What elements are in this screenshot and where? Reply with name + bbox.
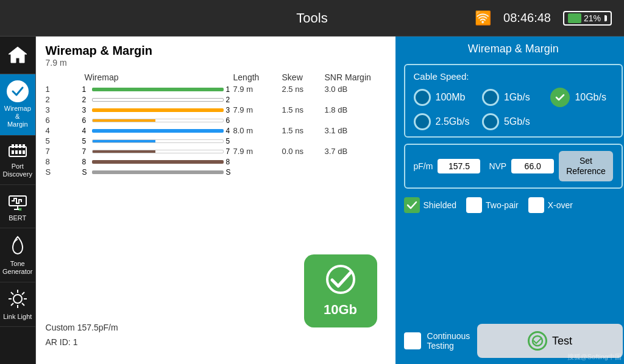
table-row: 8 8 8 [46, 157, 386, 166]
battery-indicator: 21% [563, 11, 612, 26]
right-panel-title: Wiremap & Margin [404, 43, 623, 55]
sidebar-wiremap-label: Wiremap &Margin [2, 105, 33, 129]
sidebar-port-label: PortDiscovery [3, 163, 32, 178]
shielded-checkbox[interactable] [404, 197, 420, 213]
table-header: Wiremap Length Skew SNR Margin [46, 72, 386, 82]
radio-1gbs[interactable] [482, 89, 499, 106]
sidebar-item-tone-generator[interactable]: ToneGenerator [0, 228, 35, 282]
col-skew: Skew [282, 72, 325, 82]
sidebar-item-port-discovery[interactable]: PortDiscovery [0, 136, 35, 185]
sidebar-item-wiremap[interactable]: Wiremap &Margin [0, 74, 35, 136]
x-over-label: X-over [548, 200, 573, 210]
continuous-testing-label: ContinuousTesting [427, 331, 470, 351]
two-pair-checkbox[interactable] [466, 197, 482, 213]
top-bar-title: Tools [296, 10, 327, 26]
col-snr: SNR Margin [325, 72, 386, 82]
speed-option-100mb[interactable]: 100Mb [414, 88, 476, 107]
wiremap-check-icon [7, 80, 29, 102]
pfm-label: pF/m [414, 161, 433, 171]
continuous-testing-box: ContinuousTesting [404, 331, 470, 351]
two-pair-label: Two-pair [486, 200, 519, 210]
panel-title: Wiremap & Margin [46, 44, 386, 58]
svg-line-15 [11, 292, 13, 295]
set-reference-button[interactable]: SetReference [559, 151, 613, 181]
svg-rect-2 [15, 144, 18, 148]
pfm-input[interactable] [438, 159, 480, 173]
radio-100mb[interactable] [414, 89, 431, 106]
top-bar: Tools 🛜 08:46:48 21% [0, 0, 624, 37]
svg-line-18 [11, 303, 13, 306]
sidebar-item-link-light[interactable]: Link Light [0, 282, 35, 327]
test-button-label: Test [552, 335, 572, 348]
table-row: 1 1 1 7.9 m 2.5 ns 3.0 dB [46, 85, 386, 94]
speed-label-10gbs: 10Gb/s [575, 92, 606, 103]
table-row: 2 2 2 [46, 95, 386, 104]
speed-option-2-5gbs[interactable]: 2.5Gb/s [414, 113, 476, 130]
two-pair-checkbox-item[interactable]: Two-pair [466, 197, 519, 213]
battery-percent: 21% [584, 13, 601, 23]
bert-icon [7, 191, 29, 212]
col-length: Length [233, 72, 282, 82]
speed-option-5gbs[interactable]: 5Gb/s [482, 113, 544, 130]
battery-tip [604, 15, 607, 21]
reference-box: pF/m NVP SetReference [404, 144, 623, 189]
speed-label-1gbs: 1Gb/s [504, 92, 530, 103]
result-check-icon [322, 264, 359, 299]
wifi-icon: 🛜 [475, 10, 491, 26]
cable-speed-label: Cable Speed: [414, 71, 613, 82]
table-row: 4 4 4 8.0 m 1.5 ns 3.1 dB [46, 126, 386, 135]
right-panel: Wiremap & Margin Cable Speed: 100Mb 1Gb/… [395, 37, 624, 364]
svg-line-16 [22, 303, 24, 306]
speed-label-2-5gbs: 2.5Gb/s [436, 116, 470, 127]
battery-fill [568, 13, 581, 23]
speed-option-10gbs[interactable]: 10Gb/s [550, 88, 612, 107]
col-wiremap: Wiremap [85, 72, 233, 82]
table-row: 6 6 6 [46, 116, 386, 125]
home-icon [5, 43, 30, 68]
content-area: Wiremap & Margin 7.9 m Wiremap Length Sk… [36, 37, 624, 364]
sidebar-item-bert[interactable]: BERT [0, 185, 35, 228]
shielded-checkbox-item[interactable]: Shielded [404, 197, 457, 213]
svg-line-17 [22, 292, 24, 295]
sidebar-item-home[interactable] [0, 37, 35, 74]
sidebar-link-light-label: Link Light [3, 313, 32, 320]
result-badge: 10Gb [304, 254, 377, 327]
speed-label-100mb: 100Mb [436, 92, 466, 103]
table-row: 5 5 5 [46, 136, 386, 145]
sidebar-tone-label: ToneGenerator [2, 260, 33, 276]
music-icon [8, 234, 27, 257]
table-row: 3 3 3 7.9 m 1.5 ns 1.8 dB [46, 105, 386, 114]
custom-label: Custom 157.5pF/m [46, 323, 118, 332]
svg-rect-6 [15, 150, 18, 154]
shielded-label: Shielded [424, 200, 457, 210]
svg-rect-8 [23, 150, 25, 154]
watermark: 搜狐@Softing中国 [567, 352, 622, 362]
svg-rect-7 [19, 150, 21, 154]
svg-rect-3 [19, 144, 21, 148]
panel-distance: 7.9 m [46, 58, 386, 68]
cable-speed-box: Cable Speed: 100Mb 1Gb/s [404, 64, 623, 138]
radio-2-5gbs[interactable] [414, 113, 431, 130]
svg-rect-1 [12, 144, 14, 148]
svg-rect-5 [12, 150, 14, 154]
svg-point-10 [13, 295, 22, 303]
speed-option-1gbs[interactable]: 1Gb/s [482, 88, 544, 107]
radio-5gbs[interactable] [482, 113, 499, 130]
nvp-input[interactable] [511, 159, 554, 173]
left-panel: Wiremap & Margin 7.9 m Wiremap Length Sk… [36, 37, 395, 364]
x-over-checkbox-item[interactable]: X-over [528, 197, 573, 213]
result-label: 10Gb [324, 302, 357, 318]
x-over-checkbox[interactable] [528, 197, 544, 213]
svg-rect-4 [23, 144, 25, 148]
check-10gbs[interactable] [550, 88, 570, 107]
sidebar: Wiremap &Margin PortDiscovery [0, 37, 36, 364]
check-icon [10, 84, 25, 99]
table-row: 7 7 7 7.9 m 0.0 ns 3.7 dB [46, 147, 386, 156]
sidebar-bert-label: BERT [9, 214, 26, 222]
checkbox-row: Shielded Two-pair X-over [404, 197, 623, 213]
continuous-testing-checkbox[interactable] [404, 332, 421, 349]
clock: 08:46:48 [503, 11, 551, 25]
test-btn-check-icon [528, 331, 547, 351]
ethernet-icon [7, 142, 29, 160]
nvp-label: NVP [489, 161, 506, 171]
